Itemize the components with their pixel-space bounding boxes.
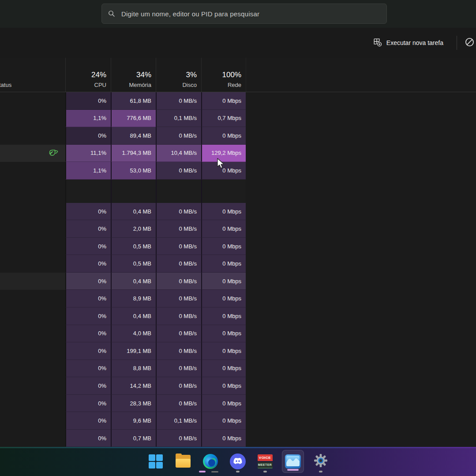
network-cell: 0 Mbps — [201, 127, 246, 145]
disk-cell: 0 MB/s — [156, 92, 201, 110]
network-cell: 0 Mbps — [201, 307, 246, 325]
disk-cell: 0 MB/s — [156, 430, 201, 447]
process-row[interactable]: 1,1% 53,0 MB 0 MB/s 0 Mbps — [0, 162, 476, 180]
process-status-cell — [0, 430, 65, 447]
titlebar: Digite um nome, editor ou PID para pesqu… — [0, 0, 476, 28]
memory-cell: 14,2 MB — [111, 377, 156, 395]
voicemeeter-logo-icon: VOICE MEETER — [258, 454, 273, 469]
gear-icon — [313, 453, 328, 470]
network-cell: 0 Mbps — [201, 412, 246, 430]
discord-icon[interactable] — [227, 449, 248, 474]
network-cell: 0 Mbps — [201, 92, 246, 110]
cpu-cell: 0% — [65, 127, 111, 145]
disk-total-usage: 3% — [186, 71, 197, 79]
memory-cell: 199,1 MB — [111, 342, 156, 360]
section-separator-row — [0, 180, 476, 203]
cpu-cell: 1,1% — [65, 162, 111, 180]
run-new-task-button[interactable]: Executar nova tarefa — [369, 34, 447, 52]
process-status-cell — [0, 255, 65, 273]
disk-cell: 0 MB/s — [156, 220, 201, 238]
process-row[interactable]: 0% 14,2 MB 0 MB/s 0 Mbps — [0, 377, 476, 395]
network-cell: 129,2 Mbps — [201, 145, 246, 162]
memory-cell: 0,4 MB — [111, 203, 156, 221]
cpu-cell: 0% — [65, 412, 111, 430]
process-status-cell — [0, 325, 65, 343]
process-row[interactable]: 0% 0,7 MB 0 MB/s 0 Mbps — [0, 430, 476, 447]
process-status-cell — [0, 203, 65, 221]
file-explorer-icon[interactable] — [172, 449, 194, 474]
voicemeeter-icon[interactable]: VOICE MEETER — [255, 449, 276, 474]
column-header-network[interactable]: 100% Rede — [201, 58, 246, 92]
memory-cell: 0,7 MB — [111, 430, 156, 447]
search-input[interactable]: Digite um nome, editor ou PID para pesqu… — [101, 4, 387, 24]
process-row[interactable]: 0% 4,0 MB 0 MB/s 0 Mbps — [0, 325, 476, 343]
process-row[interactable]: 0% 61,8 MB 0 MB/s 0 Mbps — [0, 92, 476, 110]
network-cell: 0 Mbps — [201, 377, 246, 395]
disk-cell: 0 MB/s — [156, 377, 201, 395]
process-row[interactable]: 0% 28,3 MB 0 MB/s 0 Mbps — [0, 395, 476, 412]
process-row[interactable]: 0% 0,4 MB 0 MB/s 0 Mbps — [0, 307, 476, 325]
task-manager-icon[interactable] — [282, 450, 304, 473]
process-row[interactable]: 0% 8,9 MB 0 MB/s 0 Mbps — [0, 290, 476, 307]
column-header-status[interactable]: tatus — [0, 58, 65, 92]
process-row[interactable]: 0% 8,8 MB 0 MB/s 0 Mbps — [0, 360, 476, 378]
disk-cell: 0 MB/s — [156, 360, 201, 378]
process-table-header: tatus 24% CPU 34% Memória 3% Disco 100% … — [0, 58, 476, 92]
process-status-cell — [0, 290, 65, 307]
run-new-task-label: Executar nova tarefa — [386, 39, 443, 46]
process-row[interactable]: 0% 0,4 MB 0 MB/s 0 Mbps — [0, 273, 476, 290]
task-manager-window: Digite um nome, editor ou PID para pesqu… — [0, 0, 476, 476]
process-status-cell — [0, 395, 65, 412]
process-row[interactable]: 0% 0,5 MB 0 MB/s 0 Mbps — [0, 238, 476, 255]
process-table-body: 0% 61,8 MB 0 MB/s 0 Mbps 1,1% 776,6 MB 0… — [0, 92, 476, 447]
process-status-cell — [0, 127, 65, 145]
process-row[interactable]: 11,1% 1.794,3 MB 10,4 MB/s 129,2 Mbps — [0, 145, 476, 162]
memory-cell: 0,4 MB — [111, 273, 156, 290]
cpu-cell: 0% — [65, 342, 111, 360]
process-row[interactable]: 0% 0,5 MB 0 MB/s 0 Mbps — [0, 255, 476, 273]
edge-logo-icon — [203, 454, 218, 469]
disk-cell: 0,1 MB/s — [156, 412, 201, 430]
process-status-cell — [0, 92, 65, 110]
memory-cell: 0,5 MB — [111, 255, 156, 273]
edge-icon[interactable] — [200, 449, 221, 474]
network-cell: 0 Mbps — [201, 273, 246, 290]
memory-cell: 9,6 MB — [111, 412, 156, 430]
column-header-disk[interactable]: 3% Disco — [156, 58, 201, 92]
disk-cell: 0 MB/s — [156, 127, 201, 145]
disk-cell: 10,4 MB/s — [156, 145, 201, 162]
settings-running-indicator — [319, 471, 322, 472]
folder-icon — [176, 455, 191, 468]
process-status-cell — [0, 220, 65, 238]
process-status-cell — [0, 273, 65, 290]
network-cell: 0 Mbps — [201, 220, 246, 238]
memory-total-usage: 34% — [136, 71, 151, 79]
network-cell: 0 Mbps — [201, 255, 246, 273]
disk-cell: 0 MB/s — [156, 290, 201, 307]
settings-icon[interactable] — [310, 449, 331, 474]
disk-cell: 0 MB/s — [156, 342, 201, 360]
cpu-cell: 0% — [65, 325, 111, 343]
disk-cell: 0 MB/s — [156, 255, 201, 273]
search-placeholder: Digite um nome, editor ou PID para pesqu… — [121, 10, 259, 18]
cpu-cell: 0% — [65, 395, 111, 412]
process-row[interactable]: 1,1% 776,6 MB 0,1 MB/s 0,7 Mbps — [0, 110, 476, 127]
cpu-cell: 0% — [65, 430, 111, 447]
column-header-cpu[interactable]: 24% CPU — [65, 58, 111, 92]
process-row[interactable]: 0% 199,1 MB 0 MB/s 0 Mbps — [0, 342, 476, 360]
memory-cell: 1.794,3 MB — [111, 145, 156, 162]
memory-cell: 2,0 MB — [111, 220, 156, 238]
memory-cell: 0,5 MB — [111, 238, 156, 255]
cpu-cell: 0% — [65, 377, 111, 395]
start-button[interactable] — [145, 449, 166, 474]
process-row[interactable]: 0% 0,4 MB 0 MB/s 0 Mbps — [0, 203, 476, 221]
network-cell: 0 Mbps — [201, 430, 246, 447]
disk-cell: 0 MB/s — [156, 395, 201, 412]
process-row[interactable]: 0% 2,0 MB 0 MB/s 0 Mbps — [0, 220, 476, 238]
memory-cell: 0,4 MB — [111, 307, 156, 325]
column-header-memory[interactable]: 34% Memória — [111, 58, 156, 92]
disk-cell: 0 MB/s — [156, 307, 201, 325]
process-row[interactable]: 0% 9,6 MB 0,1 MB/s 0 Mbps — [0, 412, 476, 430]
end-task-button[interactable] — [462, 37, 475, 49]
process-row[interactable]: 0% 89,4 MB 0 MB/s 0 Mbps — [0, 127, 476, 145]
